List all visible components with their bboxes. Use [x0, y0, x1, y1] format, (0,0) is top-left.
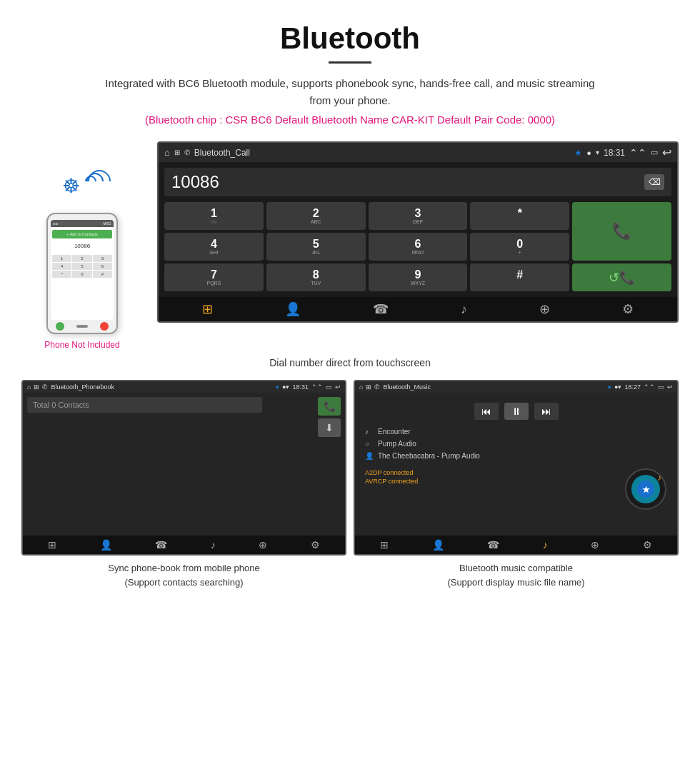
phone-carrier: ●●○ [53, 221, 59, 226]
pb-bt-icon: ● [276, 383, 279, 391]
phonebook-download-button[interactable]: ⬇ [318, 418, 341, 437]
pb-caption-2: (Support contacts searching) [124, 577, 243, 588]
track-item-1: ♪ Encounter [365, 426, 667, 438]
pb-nav-music[interactable]: ♪ [211, 539, 216, 551]
phone-not-included-label: Phone Not Included [44, 340, 119, 350]
pb-caption-1: Sync phone-book from mobile phone [108, 563, 259, 573]
track-3-icon: 👤 [365, 452, 374, 460]
key-redial[interactable]: ↺📞 [572, 263, 671, 291]
back-icon: ↩ [662, 146, 671, 159]
key-8[interactable]: 8TUV [266, 263, 366, 291]
key-call[interactable]: 📞 [572, 202, 671, 261]
nav-settings-icon[interactable]: ⚙ [622, 301, 634, 317]
nav-music-icon[interactable]: ♪ [461, 302, 467, 317]
key-9[interactable]: 9WXYZ [369, 263, 468, 291]
bluetooth-signal-graphic: ☸ [54, 163, 111, 206]
phonebook-bottom-nav: ⊞ 👤 ☎ ♪ ⊕ ⚙ [23, 536, 345, 554]
status-right: ★ ● ▾ 18:31 ⌃⌃ ▭ ↩ [574, 146, 671, 159]
phone-key-2[interactable]: 2 [72, 255, 91, 262]
phone-end-button[interactable] [100, 322, 109, 331]
screen-title: Bluetooth_Call [194, 148, 250, 158]
phone-key-9[interactable]: # [93, 271, 112, 278]
phone-key-8[interactable]: 0 [72, 271, 91, 278]
bluetooth-status-icon: ★ [574, 148, 582, 158]
phone-bottom-bar [48, 320, 116, 333]
window-icon: ▭ [651, 148, 658, 157]
signal-icon: ● [586, 149, 591, 157]
play-button[interactable]: ⏸ [504, 403, 529, 420]
nav-call-icon[interactable]: ☎ [373, 301, 389, 317]
nav-dialpad-icon[interactable]: ⊞ [202, 301, 213, 317]
nav-link-icon[interactable]: ⊕ [539, 301, 550, 317]
track-item-3: 👤 The Cheebacabra - Pump Audio [365, 450, 667, 462]
keypad-grid: 1○○ 2ABC 3DEF * 📞 4GHI 5JKL 6MNO 0+ 7PQR… [164, 202, 671, 291]
key-3[interactable]: 3DEF [369, 202, 468, 230]
pb-nav-dialpad[interactable]: ⊞ [48, 539, 56, 551]
pb-nav-settings[interactable]: ⚙ [311, 539, 320, 551]
mu-window: ▭ [658, 383, 664, 391]
phone-key-6[interactable]: 6 [93, 263, 112, 270]
prev-button[interactable]: ⏮ [474, 403, 499, 420]
expand-icon: ⌃⌃ [629, 147, 646, 159]
key-hash[interactable]: # [470, 263, 569, 291]
mu-menu-icon: ⊞ [366, 383, 371, 391]
pb-menu-icon: ⊞ [34, 383, 39, 391]
key-4[interactable]: 4GHI [164, 233, 264, 261]
dialpad-container: 10086 ⌫ 1○○ 2ABC 3DEF * 📞 4GHI 5JKL [159, 162, 677, 297]
bottom-screenshots: ⌂ ⊞ ✆ Bluetooth_Phonebook ● ●▾ 18:31 ⌃⌃ … [0, 380, 700, 595]
pb-nav-contacts[interactable]: 👤 [100, 539, 112, 551]
phonebook-call-button[interactable]: 📞 [318, 397, 341, 416]
a2dp-status: A2DP connected [365, 469, 619, 476]
track-3-name: The Cheebacabra - Pump Audio [378, 452, 480, 460]
pb-back: ↩ [335, 383, 341, 391]
key-star[interactable]: * [470, 202, 569, 230]
mu-nav-dialpad[interactable]: ⊞ [380, 539, 389, 551]
phone-key-5[interactable]: 5 [72, 263, 91, 270]
status-home-icon: ⌂ [164, 147, 170, 158]
phonebook-screen: ⌂ ⊞ ✆ Bluetooth_Phonebook ● ●▾ 18:31 ⌃⌃ … [21, 380, 346, 556]
wave-3 [83, 165, 115, 197]
mu-nav-music[interactable]: ♪ [543, 539, 548, 551]
phonebook-body: Total 0 Contacts 📞 ⬇ [23, 393, 345, 536]
dial-number-display: 10086 [171, 172, 644, 192]
phone-home-button[interactable] [76, 325, 88, 328]
pb-time: 18:31 [292, 383, 309, 391]
next-button[interactable]: ⏭ [534, 403, 559, 420]
music-screenshot: ⌂ ⊞ ✆ Bluetooth_Music ● ●▾ 18:27 ⌃⌃ ▭ ↩ … [354, 380, 679, 595]
pb-nav-link[interactable]: ⊕ [259, 539, 267, 551]
key-5[interactable]: 5JKL [266, 233, 366, 261]
pb-nav-call[interactable]: ☎ [155, 539, 167, 551]
caption-main: Dial number direct from touchscreen [0, 350, 700, 380]
phone-dialpad: 1 2 3 4 5 6 * 0 # [51, 253, 114, 279]
phone-key-3[interactable]: 3 [93, 255, 112, 262]
backspace-button[interactable]: ⌫ [644, 174, 664, 190]
phonebook-search-field[interactable]: Total 0 Contacts [27, 397, 262, 413]
phonebook-actions: 📞 ⬇ [318, 397, 341, 437]
phone-key-7[interactable]: * [52, 271, 71, 278]
mu-nav-call[interactable]: ☎ [487, 539, 499, 551]
music-screen: ⌂ ⊞ ✆ Bluetooth_Music ● ●▾ 18:27 ⌃⌃ ▭ ↩ … [354, 380, 679, 556]
music-caption: Bluetooth music compatible (Support disp… [354, 556, 679, 595]
phone-top-bar: ●●○ MSG [51, 220, 114, 227]
mu-screen-title: Bluetooth_Music [383, 383, 431, 391]
mu-time: 18:27 [624, 383, 641, 391]
phone-key-4[interactable]: 4 [52, 263, 71, 270]
pb-expand: ⌃⌃ [311, 383, 323, 391]
key-0plus[interactable]: 0+ [470, 233, 569, 261]
key-2[interactable]: 2ABC [266, 202, 366, 230]
key-7[interactable]: 7PQRS [164, 263, 264, 291]
key-1[interactable]: 1○○ [164, 202, 264, 230]
dial-input-row: 10086 ⌫ [164, 168, 671, 196]
mu-phone-icon: ✆ [374, 383, 380, 391]
phone-key-1[interactable]: 1 [52, 255, 71, 262]
mu-nav-link[interactable]: ⊕ [591, 539, 599, 551]
subtitle-text: Integrated with BC6 Bluetooth module, su… [100, 75, 600, 109]
key-6[interactable]: 6MNO [369, 233, 468, 261]
mu-nav-contacts[interactable]: 👤 [432, 539, 444, 551]
phone-back-button[interactable] [56, 322, 64, 331]
mu-signal: ●▾ [614, 383, 621, 391]
mu-nav-settings[interactable]: ⚙ [643, 539, 652, 551]
phonebook-caption: Sync phone-book from mobile phone (Suppo… [21, 556, 346, 595]
music-body: ⏮ ⏸ ⏭ ♪ Encounter ○ Pump Audio 👤 [355, 393, 677, 536]
nav-contacts-icon[interactable]: 👤 [285, 301, 301, 317]
